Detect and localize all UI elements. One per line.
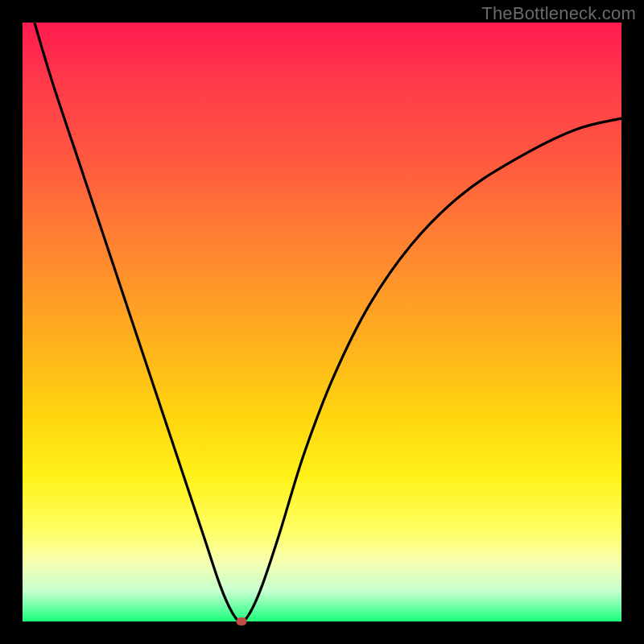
chart-frame: TheBottleneck.com bbox=[0, 0, 644, 644]
watermark-text: TheBottleneck.com bbox=[481, 3, 636, 24]
minimum-marker bbox=[236, 617, 246, 625]
plot-area bbox=[23, 23, 621, 621]
bottleneck-curve bbox=[23, 23, 621, 621]
